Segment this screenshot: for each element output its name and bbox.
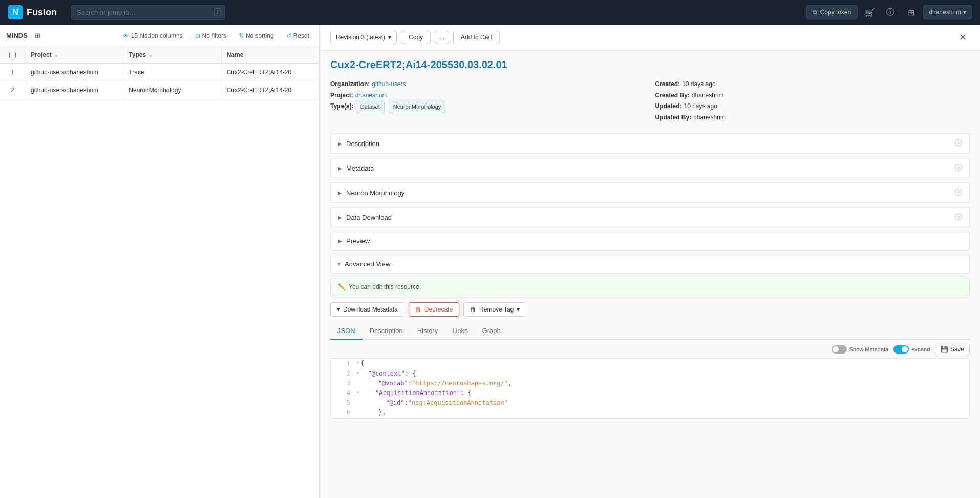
- cart-icon-button[interactable]: 🛒: [862, 4, 878, 20]
- section-description-label: Description: [346, 140, 379, 148]
- row-types: NeuronMorphology: [123, 81, 221, 99]
- chevron-down-icon: ▾: [337, 306, 340, 313]
- hidden-columns-button[interactable]: 👁 15 hidden columns: [119, 30, 187, 42]
- section-metadata-header[interactable]: ▶ Metadata ⓘ: [331, 158, 969, 178]
- created-value: 10 days ago: [682, 79, 715, 90]
- table-row[interactable]: 1 github-users/dhaneshnm Trace Cux2-CreE…: [0, 64, 319, 81]
- right-panel: Revision 3 (latest) ▾ Copy ... Add to Ca…: [320, 25, 980, 498]
- tab-history[interactable]: History: [410, 323, 445, 340]
- meta-grid: Organization: github-users Project: dhan…: [330, 79, 970, 123]
- tab-json[interactable]: JSON: [330, 323, 363, 340]
- json-line-3: 3 "@vocab" : "https://neuroshapes.org/" …: [331, 379, 969, 388]
- deprecate-label: Deprecate: [424, 306, 453, 313]
- copy-button[interactable]: Copy: [401, 31, 431, 44]
- section-preview: ▶ Preview: [330, 232, 970, 251]
- info-icon[interactable]: ⓘ: [955, 213, 962, 222]
- chevron-right-icon: ▶: [338, 190, 342, 196]
- remove-tag-label: Remove Tag: [479, 306, 514, 313]
- data-table: Project ⌄ Types ⌄ Name 1 github-users/dh…: [0, 47, 319, 498]
- show-metadata-toggle[interactable]: [832, 345, 847, 354]
- header-types: Types ⌄: [123, 47, 221, 63]
- save-button[interactable]: 💾 Save: [935, 344, 970, 355]
- reset-button[interactable]: ↺ Reset: [282, 30, 313, 42]
- row-index: 2: [0, 81, 26, 99]
- json-line-2: 2 ▾ "@context" : {: [331, 369, 969, 379]
- tab-links[interactable]: Links: [445, 323, 475, 340]
- expand-toggle-row: expand: [893, 345, 930, 354]
- search-slash-icon: /: [214, 8, 221, 16]
- no-sorting-button[interactable]: ⇅ No sorting: [235, 30, 278, 42]
- section-data-download-header[interactable]: ▶ Data Download ⓘ: [331, 208, 969, 227]
- section-advanced-label: Advanced View: [345, 260, 390, 268]
- main-layout: MINDS ⊞ 👁 15 hidden columns ⊟ No filters…: [0, 25, 980, 498]
- tab-description[interactable]: Description: [363, 323, 410, 340]
- section-neuron-morphology-header[interactable]: ▶ Neuron Morphology ⓘ: [331, 183, 969, 202]
- updated-label: Updated:: [655, 101, 682, 112]
- no-filters-button[interactable]: ⊟ No filters: [191, 30, 230, 42]
- json-line-4: 4 ▾ "AcquisitionAnnotation" : {: [331, 388, 969, 398]
- deprecate-button[interactable]: 🗑 Deprecate: [409, 302, 459, 317]
- more-options-button[interactable]: ...: [435, 31, 449, 44]
- type-badge-dataset: Dataset: [356, 101, 385, 113]
- close-button[interactable]: ✕: [956, 31, 970, 44]
- meta-organization-row: Organization: github-users: [330, 79, 645, 90]
- right-content: Cux2-CreERT2;Ai14-205530.03.02.01 Organi…: [320, 51, 980, 498]
- section-description-header[interactable]: ▶ Description ⓘ: [331, 134, 969, 153]
- json-toolbar: Show Metadata expand 💾 Save: [330, 344, 970, 355]
- type-badge-neuron: NeuronMorphology: [389, 101, 446, 113]
- user-menu[interactable]: dhaneshnm ▾: [923, 5, 972, 19]
- section-preview-header[interactable]: ▶ Preview: [331, 232, 969, 250]
- select-all-checkbox[interactable]: [9, 52, 16, 58]
- action-row: ▾ Download Metadata 🗑 Deprecate 🗑 Remove…: [330, 302, 970, 317]
- show-metadata-toggle-row: Show Metadata: [832, 345, 888, 354]
- copy-icon: ⧉: [813, 9, 817, 16]
- types-sort-icon: ⌄: [148, 51, 153, 58]
- download-metadata-label: Download Metadata: [343, 306, 398, 313]
- revision-label: Revision 3 (latest): [336, 34, 385, 41]
- more-icon: ...: [439, 34, 444, 41]
- info-icon[interactable]: ⓘ: [955, 188, 962, 197]
- user-name: dhaneshnm: [929, 9, 961, 16]
- table-row[interactable]: 2 github-users/dhaneshnm NeuronMorpholog…: [0, 81, 319, 99]
- section-advanced-view-header[interactable]: ▾ Advanced View: [331, 255, 969, 273]
- project-value[interactable]: dhaneshnm: [355, 90, 388, 101]
- info-icon[interactable]: ⓘ: [955, 163, 962, 173]
- copy-token-button[interactable]: ⧉ Copy token: [806, 5, 858, 19]
- tabs-row: JSON Description History Links Graph: [330, 323, 970, 340]
- revision-select[interactable]: Revision 3 (latest) ▾: [330, 31, 397, 44]
- section-data-download-label: Data Download: [346, 214, 392, 221]
- chevron-right-icon: ▶: [338, 141, 342, 147]
- info-icon[interactable]: ⓘ: [955, 139, 962, 148]
- json-line-6: 6 },: [331, 408, 969, 418]
- json-editor[interactable]: 1 ▾ { 2 ▾ "@context" : { 3 "@vocab" : "h…: [330, 358, 970, 418]
- navbar-right: ⧉ Copy token 🛒 ⓘ ⊞ dhaneshnm ▾: [806, 4, 972, 20]
- section-advanced-view: ▾ Advanced View: [330, 255, 970, 274]
- created-by-value: dhaneshnm: [692, 90, 724, 101]
- app-logo[interactable]: N Fusion: [8, 5, 57, 19]
- info-icon-button[interactable]: ⓘ: [882, 4, 899, 20]
- pencil-icon: ✏️: [338, 283, 346, 291]
- section-preview-label: Preview: [346, 237, 370, 245]
- navbar: N Fusion / ⧉ Copy token 🛒 ⓘ ⊞ dhaneshnm …: [0, 0, 980, 25]
- grid-icon-button[interactable]: ⊞: [903, 4, 919, 20]
- no-filters-label: No filters: [202, 32, 226, 39]
- expand-toggle[interactable]: [893, 345, 909, 354]
- search-container: /: [71, 5, 225, 20]
- section-neuron-morphology: ▶ Neuron Morphology ⓘ: [330, 182, 970, 203]
- chevron-right-icon: ▶: [338, 165, 342, 171]
- json-line-5: 5 "@id" : "nsg:AcquisitionAnnotation": [331, 398, 969, 408]
- add-to-cart-button[interactable]: Add to Cart: [453, 31, 500, 44]
- meta-updated-by-row: Updated By: dhaneshnm: [655, 112, 970, 123]
- remove-tag-chevron: ▾: [517, 306, 520, 313]
- organization-value[interactable]: github-users: [372, 79, 406, 90]
- tab-graph[interactable]: Graph: [475, 323, 508, 340]
- types-label: Type(s):: [330, 101, 354, 112]
- chevron-right-icon: ▶: [338, 215, 342, 220]
- grid-columns-button[interactable]: ⊞: [32, 30, 44, 42]
- row-project: github-users/dhaneshnm: [26, 81, 123, 99]
- download-metadata-button[interactable]: ▾ Download Metadata: [330, 302, 404, 317]
- search-input[interactable]: [71, 5, 225, 20]
- remove-tag-button[interactable]: 🗑 Remove Tag ▾: [463, 302, 526, 317]
- reset-icon: ↺: [286, 32, 291, 39]
- expand-label: expand: [911, 346, 930, 352]
